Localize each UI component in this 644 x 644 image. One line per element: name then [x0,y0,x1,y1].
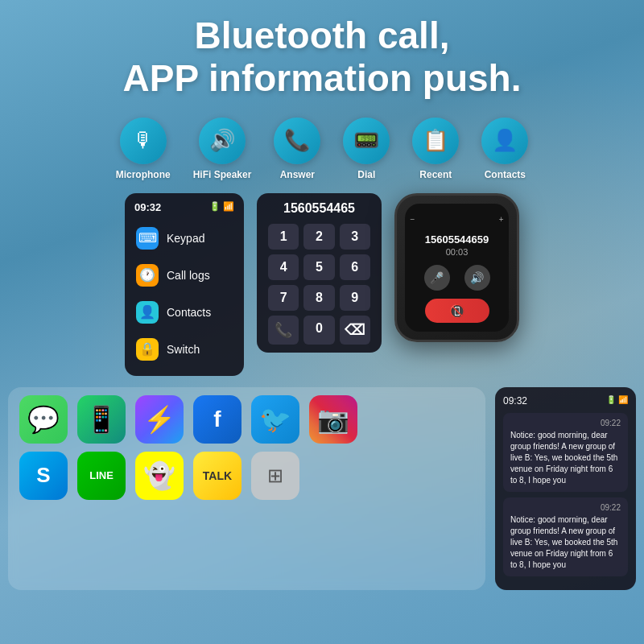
content: Bluetooth call, APP information push. 🎙 … [0,0,644,644]
recent-icon: 📋 [412,118,459,164]
dial-key-7[interactable]: 7 [268,285,299,311]
title-line2: APP information push. [123,57,522,99]
notification-panel: 09:32 🔋 📶 09:22 Notice: good morning, de… [495,387,636,590]
header: Bluetooth call, APP information push. [0,0,644,100]
dial-icon: 📟 [343,118,390,164]
dial-key-1[interactable]: 1 [268,224,299,250]
feature-contacts: 👤 Contacts [481,118,528,180]
menu-item-switch[interactable]: 🔒 Switch [125,331,244,368]
watch-container: − + 15605544659 00:03 🎤 🔊 📵 [394,193,519,342]
app-row-2: S LINE 👻 TALK ⊞ [19,452,474,500]
dial-key-backspace[interactable]: ⌫ [340,316,370,345]
notification-item-1: 09:22 Notice: good morning, dear group f… [503,413,628,492]
app-snapchat[interactable]: 👻 [135,452,184,500]
menu-contacts-label: Contacts [167,306,211,319]
middle-section: 09:32 🔋 📶 ⌨ Keypad 🕐 Call logs 👤 Contact… [0,193,644,376]
call-logs-label: Call logs [167,269,210,282]
answer-icon: 📞 [274,118,320,164]
watch-call-number: 15605544659 [425,233,489,246]
menu-item-call-logs[interactable]: 🕐 Call logs [125,257,244,294]
phone-menu-header: 09:32 🔋 📶 [125,201,244,220]
app-grid: 💬 📱 ⚡ f 🐦 📷 S LINE 👻 TALK ⊞ [8,387,485,590]
watch-body: − + 15605544659 00:03 🎤 🔊 📵 [394,193,519,342]
watch-call-buttons: 🎤 🔊 [424,265,490,291]
app-whatsapp[interactable]: 📱 [77,395,126,444]
dial-key-4[interactable]: 4 [268,254,299,280]
watch-mute-button[interactable]: 🎤 [424,265,450,291]
contacts-icon: 👤 [481,118,528,164]
dial-key-call[interactable]: 📞 [268,316,299,345]
notif-time: 09:32 [503,395,527,407]
dial-key-2[interactable]: 2 [303,224,334,250]
feature-hifi-speaker: 🔊 HiFi Speaker [193,118,252,180]
dialer-number: 1560554465 [268,201,370,216]
menu-item-contacts[interactable]: 👤 Contacts [125,294,244,331]
watch-call-duration: 00:03 [446,247,469,257]
switch-icon: 🔒 [136,338,159,361]
watch-screen: − + 15605544659 00:03 🎤 🔊 📵 [405,204,509,332]
menu-item-keypad[interactable]: ⌨ Keypad [125,220,244,257]
app-row-1: 💬 📱 ⚡ f 🐦 📷 [19,395,474,444]
call-logs-icon: 🕐 [136,264,159,287]
notif-text-1: Notice: good morning, dear group friends… [510,430,621,486]
menu-contacts-icon: 👤 [136,301,159,324]
phone-menu-time: 09:32 [134,201,161,213]
dial-key-6[interactable]: 6 [340,254,370,280]
phone-menu-panel: 09:32 🔋 📶 ⌨ Keypad 🕐 Call logs 👤 Contact… [125,193,244,376]
app-instagram[interactable]: 📷 [309,395,357,444]
page-title: Bluetooth call, APP information push. [0,14,644,100]
contacts-label: Contacts [485,169,526,180]
microphone-icon: 🎙 [120,118,167,164]
notification-header: 09:32 🔋 📶 [503,395,628,407]
keypad-label: Keypad [167,232,204,245]
dialer-panel: 1560554465 1 2 3 4 5 6 7 8 9 📞 0 ⌫ [257,193,382,353]
app-messages[interactable]: 💬 [19,395,68,444]
recent-label: Recent [419,169,452,180]
feature-microphone: 🎙 Microphone [116,118,171,180]
phone-menu-status-icons: 🔋 📶 [209,201,234,213]
feature-answer: 📞 Answer [274,118,320,180]
feature-dial: 📟 Dial [343,118,390,180]
apps-section: 💬 📱 ⚡ f 🐦 📷 S LINE 👻 TALK ⊞ 09:32 🔋 📶 [0,387,644,590]
notif-time-1: 09:22 [510,419,621,427]
hifi-speaker-label: HiFi Speaker [193,169,252,180]
dial-key-9[interactable]: 9 [340,285,370,311]
app-facebook[interactable]: f [193,395,242,444]
microphone-label: Microphone [116,169,171,180]
keypad-icon: ⌨ [136,227,159,250]
app-talk[interactable]: TALK [193,452,242,500]
switch-label: Switch [167,343,200,356]
answer-label: Answer [280,169,315,180]
notif-status-icons: 🔋 📶 [606,395,628,407]
feature-recent: 📋 Recent [412,118,459,180]
notification-item-2: 09:22 Notice: good morning, dear group f… [503,497,628,576]
dial-key-3[interactable]: 3 [340,224,370,250]
app-messenger[interactable]: ⚡ [135,395,184,444]
dialer-grid: 1 2 3 4 5 6 7 8 9 📞 0 ⌫ [268,224,370,345]
dial-key-5[interactable]: 5 [303,254,334,280]
dial-label: Dial [357,169,375,180]
hifi-speaker-icon: 🔊 [199,118,246,164]
dial-key-8[interactable]: 8 [303,285,334,311]
dial-key-0[interactable]: 0 [303,316,334,345]
watch-end-call-button[interactable]: 📵 [425,299,489,323]
app-line[interactable]: LINE [77,452,126,500]
features-row: 🎙 Microphone 🔊 HiFi Speaker 📞 Answer 📟 D… [0,118,644,180]
app-twitter[interactable]: 🐦 [251,395,299,444]
title-line1: Bluetooth call, [195,14,450,56]
app-grid-icon[interactable]: ⊞ [251,452,299,500]
watch-speaker-button[interactable]: 🔊 [464,265,490,291]
app-skype[interactable]: S [19,452,68,500]
notif-time-2: 09:22 [510,503,621,512]
notif-text-2: Notice: good morning, dear group friends… [510,514,621,571]
